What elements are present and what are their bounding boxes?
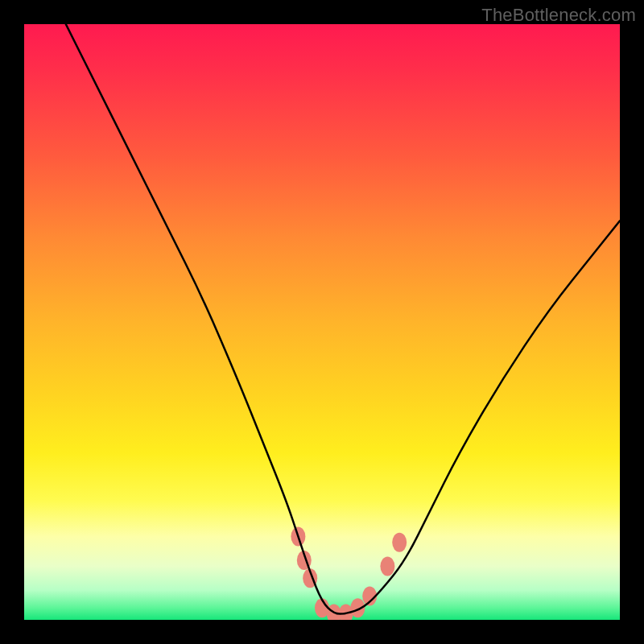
chart-frame: TheBottleneck.com	[0, 0, 644, 644]
chart-plot-area	[24, 24, 620, 620]
chart-svg	[24, 24, 620, 620]
curve-marker	[392, 533, 407, 552]
bottleneck-curve	[66, 24, 620, 614]
watermark-text: TheBottleneck.com	[481, 5, 636, 26]
bottleneck-markers	[291, 526, 407, 620]
curve-marker	[380, 556, 394, 576]
